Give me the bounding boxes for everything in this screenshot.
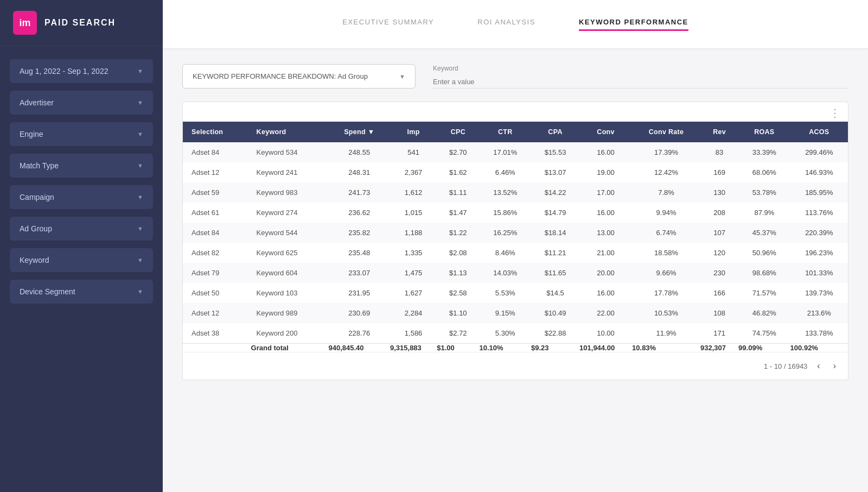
cell-imp: 1,612 xyxy=(390,182,437,203)
grand-total-acos: 100.92% xyxy=(790,344,848,352)
cell-cpc: $2.70 xyxy=(437,142,479,162)
cell-cpc: $2.58 xyxy=(437,283,479,303)
tab-executive-summary[interactable]: EXECUTIVE SUMMARY xyxy=(342,18,434,31)
cell-roas: 71.57% xyxy=(738,283,790,303)
cell-conv_rate: 11.9% xyxy=(632,323,700,344)
table-row: Adset 84Keyword 544235.821,188$1.2216.25… xyxy=(183,223,848,243)
cell-conv: 16.00 xyxy=(579,283,632,303)
engine-chevron: ▼ xyxy=(137,131,143,137)
ad-group-filter[interactable]: Ad Group ▼ xyxy=(10,217,153,241)
cell-roas: 68.06% xyxy=(738,162,790,182)
cell-conv_rate: 6.74% xyxy=(632,223,700,243)
col-keyword: Keyword xyxy=(251,122,329,142)
device-chevron: ▼ xyxy=(137,288,143,295)
cell-rev: 169 xyxy=(700,162,738,182)
table-row: Adset 79Keyword 604233.071,475$1.1314.03… xyxy=(183,263,848,283)
grand-total-label: Grand total xyxy=(251,344,329,352)
col-conv-rate: Conv Rate xyxy=(632,122,700,142)
cell-conv_rate: 17.78% xyxy=(632,283,700,303)
cell-imp: 2,367 xyxy=(390,162,437,182)
cell-selection: Adset 84 xyxy=(183,223,251,243)
cell-cpa: $10.49 xyxy=(531,303,579,323)
campaign-filter[interactable]: Campaign ▼ xyxy=(10,185,153,209)
match-type-chevron: ▼ xyxy=(137,162,143,169)
prev-page-button[interactable]: ‹ xyxy=(814,360,823,372)
device-label: Device Segment xyxy=(20,287,75,296)
breakdown-dropdown[interactable]: KEYWORD PERFORMANCE BREAKDOWN: Ad Group … xyxy=(182,64,416,89)
engine-filter[interactable]: Engine ▼ xyxy=(10,122,153,146)
cell-conv: 21.00 xyxy=(579,243,632,263)
breakdown-chevron: ▼ xyxy=(399,73,405,80)
cell-cpc: $2.08 xyxy=(437,243,479,263)
cell-ctr: 5.30% xyxy=(480,323,532,344)
cell-ctr: 16.25% xyxy=(480,223,532,243)
cell-conv_rate: 10.53% xyxy=(632,303,700,323)
col-ctr: CTR xyxy=(480,122,532,142)
cell-conv_rate: 18.58% xyxy=(632,243,700,263)
next-page-button[interactable]: › xyxy=(830,360,839,372)
ad-group-label: Ad Group xyxy=(20,224,52,233)
col-spend[interactable]: Spend ▼ xyxy=(329,122,390,142)
keyword-search-input[interactable] xyxy=(433,75,848,89)
table-body: Adset 84Keyword 534248.55541$2.7017.01%$… xyxy=(183,142,848,344)
cell-spend: 248.31 xyxy=(329,162,390,182)
grand-total-ctr: 10.10% xyxy=(480,344,532,352)
cell-conv: 13.00 xyxy=(579,223,632,243)
cell-acos: 220.39% xyxy=(790,223,848,243)
ad-group-chevron: ▼ xyxy=(137,225,143,232)
cell-acos: 196.23% xyxy=(790,243,848,263)
cell-selection: Adset 84 xyxy=(183,142,251,162)
table-row: Adset 12Keyword 989230.692,284$1.109.15%… xyxy=(183,303,848,323)
col-conv: Conv xyxy=(579,122,632,142)
sidebar-filters: Aug 1, 2022 - Sep 1, 2022 ▼ Advertiser ▼… xyxy=(0,59,163,311)
advertiser-chevron: ▼ xyxy=(137,99,143,106)
keyword-performance-table: Selection Keyword Spend ▼ Imp CPC CTR CP… xyxy=(183,122,848,352)
cell-ctr: 15.86% xyxy=(480,203,532,223)
sidebar-header: im PAID SEARCH xyxy=(0,0,163,46)
cell-ctr: 6.46% xyxy=(480,162,532,182)
table-options-menu[interactable]: ⋮ xyxy=(183,102,848,122)
cell-spend: 235.82 xyxy=(329,223,390,243)
cell-imp: 1,475 xyxy=(390,263,437,283)
table-row: Adset 84Keyword 534248.55541$2.7017.01%$… xyxy=(183,142,848,162)
cell-selection: Adset 79 xyxy=(183,263,251,283)
grand-total-blank xyxy=(183,344,251,352)
cell-rev: 171 xyxy=(700,323,738,344)
cell-roas: 87.9% xyxy=(738,203,790,223)
app-title: PAID SEARCH xyxy=(44,18,116,28)
table-row: Adset 82Keyword 625235.481,335$2.088.46%… xyxy=(183,243,848,263)
table-row: Adset 50Keyword 103231.951,627$2.585.53%… xyxy=(183,283,848,303)
cell-rev: 120 xyxy=(700,243,738,263)
date-filter-chevron: ▼ xyxy=(137,68,143,74)
cell-acos: 213.6% xyxy=(790,303,848,323)
tab-roi-analysis[interactable]: ROI ANALYSIS xyxy=(477,18,535,31)
cell-conv: 16.00 xyxy=(579,142,632,162)
cell-cpa: $14.5 xyxy=(531,283,579,303)
cell-roas: 50.96% xyxy=(738,243,790,263)
advertiser-filter[interactable]: Advertiser ▼ xyxy=(10,91,153,115)
col-acos: ACOS xyxy=(790,122,848,142)
cell-spend: 228.76 xyxy=(329,323,390,344)
cell-rev: 107 xyxy=(700,223,738,243)
device-filter[interactable]: Device Segment ▼ xyxy=(10,280,153,304)
cell-conv: 22.00 xyxy=(579,303,632,323)
campaign-chevron: ▼ xyxy=(137,194,143,200)
keyword-chevron: ▼ xyxy=(137,257,143,263)
cell-rev: 108 xyxy=(700,303,738,323)
cell-ctr: 14.03% xyxy=(480,263,532,283)
date-filter[interactable]: Aug 1, 2022 - Sep 1, 2022 ▼ xyxy=(10,59,153,83)
cell-conv: 16.00 xyxy=(579,203,632,223)
logo: im xyxy=(13,11,37,35)
tab-keyword-performance[interactable]: KEYWORD PERFORMANCE xyxy=(579,18,688,31)
cell-keyword: Keyword 544 xyxy=(251,223,329,243)
match-type-filter[interactable]: Match Type ▼ xyxy=(10,154,153,178)
cell-conv: 10.00 xyxy=(579,323,632,344)
cell-spend: 233.07 xyxy=(329,263,390,283)
keyword-filter-sidebar[interactable]: Keyword ▼ xyxy=(10,248,153,272)
cell-ctr: 13.52% xyxy=(480,182,532,203)
filter-bar: KEYWORD PERFORMANCE BREAKDOWN: Ad Group … xyxy=(182,64,848,89)
pagination: 1 - 10 / 16943 ‹ › xyxy=(183,352,848,380)
cell-cpc: $1.62 xyxy=(437,162,479,182)
match-type-label: Match Type xyxy=(20,161,59,170)
cell-keyword: Keyword 625 xyxy=(251,243,329,263)
